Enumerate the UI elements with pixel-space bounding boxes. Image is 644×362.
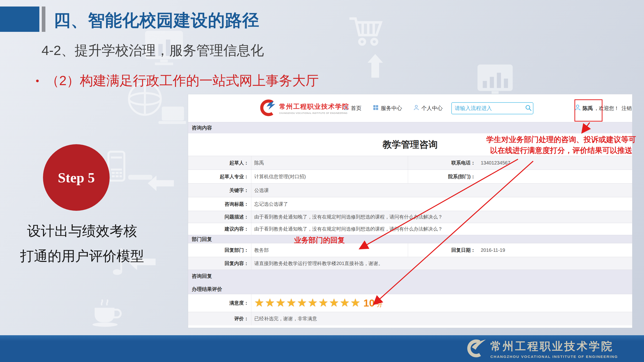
suggestion-value: 由于看到教务处通知晚了，没有在规定时间选修到想选的课程，请问有什么办法解决么？ (251, 226, 632, 232)
home-icon (343, 104, 349, 112)
section-eval-result-label: 办理结果评价 (192, 286, 222, 293)
phone-value: 13401234567 (478, 160, 632, 166)
reply-dept-label: 回复部门： (188, 243, 251, 257)
phone-label: 联系电话： (408, 156, 478, 170)
star-icon[interactable]: ★ (254, 296, 265, 309)
step-label: Step 5 (58, 170, 95, 186)
row-satisfaction: 满意度： ★★★★★★★★★★ 10 分 (188, 294, 632, 312)
logout-link[interactable]: 注销 (622, 105, 632, 112)
row-problem: 问题描述： 由于看到教务处通知晚了，没有在规定时间选修到想选的课程，请问有什么办… (188, 211, 632, 223)
footer-logo-en: CHANGZHOU VOCATIONAL INSTITUTE OF ENGINE… (490, 355, 618, 359)
phone-icon (108, 151, 153, 187)
person-icon (413, 104, 420, 112)
suggestion-label: 建议内容： (188, 223, 251, 235)
section-dept-reply-label: 部门回复 (192, 236, 212, 243)
step-desc-line2: 打通的用户评价模型 (7, 243, 157, 268)
step-badge: Step 5 (43, 144, 110, 211)
slide-bullet-line: • （2）构建满足行政工作的一站式网上事务大厅 (36, 72, 319, 90)
major-value: 计算机信息管理(对口招) (251, 174, 408, 180)
star-icon[interactable]: ★ (297, 296, 308, 309)
section-consult-reply-eval: 咨询回复 办理结果评价 (188, 270, 632, 294)
arrow-up-icon (365, 53, 386, 79)
major-label: 起草人专业： (188, 170, 251, 183)
subject-value: 忘记选公选课了 (251, 201, 632, 207)
nav-service-label: 服务中心 (381, 105, 402, 112)
star-icon[interactable]: ★ (340, 296, 350, 309)
row-evaluation: 评价： 已经补选完，谢谢，非常满意 (188, 312, 632, 325)
step-desc-line1: 设计出与绩效考核 (7, 218, 157, 243)
section-consult-content-label: 咨询内容 (192, 124, 212, 131)
reply-content-label: 回复内容： (188, 257, 251, 270)
dept-label: 院系(部门)： (408, 170, 478, 183)
star-icon[interactable]: ★ (350, 296, 361, 309)
row-reply-content: 回复内容： 请直接到教务处教学运行管理科教学楼201直接补选，谢谢。 (188, 257, 632, 270)
drafter-value: 陈禹 (251, 160, 408, 166)
star-icon[interactable]: ★ (276, 296, 286, 309)
subject-label: 咨询标题： (188, 197, 251, 211)
satisfaction-value: ★★★★★★★★★★ 10 分 (251, 297, 632, 309)
slide-bullet-text: （2）构建满足行政工作的一站式网上事务大厅 (46, 72, 319, 90)
section-consult-reply-label: 咨询回复 (192, 273, 212, 280)
bullet-marker: • (36, 75, 39, 86)
problem-label: 问题描述： (188, 211, 251, 223)
annotation-student-note-line2: 以在线进行满意度打分，评价结果可以推送 (480, 145, 642, 156)
star-rating[interactable]: ★★★★★★★★★★ (254, 296, 361, 309)
annotation-reply-note: 业务部门的回复 (294, 235, 345, 245)
web-portal-screenshot: 常州工程职业技术学院 CHANGZHOU VOCATIONAL INSTITUT… (188, 94, 632, 328)
nav-item-service-center[interactable]: 服务中心 (372, 104, 402, 112)
footer-logo-cn: 常州工程职业技术学院 (490, 339, 618, 354)
user-highlight-box (574, 99, 602, 122)
nav-personal-label: 个人中心 (421, 105, 442, 112)
evaluation-value: 已经补选完，谢谢，非常满意 (251, 316, 632, 322)
reply-date-value: 2016-11-19 (478, 247, 632, 253)
footer-logo-text: 常州工程职业技术学院 CHANGZHOU VOCATIONAL INSTITUT… (490, 339, 618, 359)
flow-search-box[interactable] (451, 102, 534, 114)
row-reply-dept: 回复部门： 教务部 回复日期： 2016-11-19 (188, 243, 632, 257)
row-keyword: 关键字： 公选课 (188, 183, 632, 197)
corner-accent-square (0, 6, 39, 32)
satisfaction-label: 满意度： (188, 294, 251, 312)
reply-date-label: 回复日期： (408, 243, 478, 257)
star-icon[interactable]: ★ (265, 296, 276, 309)
reply-dept-value: 教务部 (251, 247, 408, 253)
cart-icon (347, 14, 386, 50)
logo-mark-icon (259, 99, 277, 117)
monitor-chart-icon (477, 63, 515, 98)
portal-logo-text: 常州工程职业技术学院 CHANGZHOU VOCATIONAL INSTITUT… (279, 102, 349, 114)
step-description: 设计出与绩效考核 打通的用户评价模型 (7, 218, 157, 268)
satisfaction-unit: 分 (376, 301, 382, 308)
section-dept-reply: 部门回复 (188, 235, 632, 243)
nav-item-personal-center[interactable]: 个人中心 (413, 104, 442, 112)
star-icon[interactable]: ★ (318, 296, 329, 309)
coffee-icon (91, 299, 123, 328)
star-icon[interactable]: ★ (308, 296, 318, 309)
section-consult-content: 咨询内容 (188, 122, 632, 133)
flow-search-input[interactable] (454, 105, 525, 112)
satisfaction-score: 10 (364, 297, 375, 309)
star-icon[interactable]: ★ (286, 296, 297, 309)
evaluation-label: 评价： (188, 312, 251, 325)
search-icon[interactable] (525, 104, 532, 112)
problem-value: 由于看到教务处通知晚了，没有在规定时间选修到想选的课程，请问有什么办法解决么？ (251, 214, 632, 220)
annotation-student-note-line1: 学生对业务部门处理的咨询、投诉或建议等可 (480, 134, 642, 145)
footer-logo: 常州工程职业技术学院 CHANGZHOU VOCATIONAL INSTITUT… (464, 338, 618, 360)
form-title: 教学管理咨询 (383, 138, 438, 151)
reply-content-value: 请直接到教务处教学运行管理科教学楼201直接补选，谢谢。 (251, 260, 632, 267)
logo-mark-icon (464, 338, 486, 360)
portal-header: 常州工程职业技术学院 CHANGZHOU VOCATIONAL INSTITUT… (188, 94, 632, 122)
keyword-value: 公选课 (251, 187, 632, 194)
drafter-label: 起草人： (188, 156, 251, 170)
star-icon[interactable]: ★ (329, 296, 340, 309)
grid-icon (372, 104, 379, 112)
portal-nav: 首页 服务中心 个人中心 (343, 94, 442, 122)
slide-canvas: { "slide": { "title": "四、智能化校园建设的路径", "s… (0, 0, 644, 362)
row-major: 起草人专业： 计算机信息管理(对口招) 院系(部门)： (188, 170, 632, 183)
portal-logo: 常州工程职业技术学院 CHANGZHOU VOCATIONAL INSTITUT… (259, 99, 349, 117)
row-drafter: 起草人： 陈禹 联系电话： 13401234567 (188, 156, 632, 170)
row-subject: 咨询标题： 忘记选公选课了 (188, 197, 632, 211)
slide-title: 四、智能化校园建设的路径 (54, 9, 259, 32)
arrow-left-icon (148, 176, 174, 191)
slide-subtitle: 4-2、提升学校治理，服务管理信息化 (42, 41, 264, 60)
portal-logo-cn: 常州工程职业技术学院 (279, 102, 349, 111)
nav-item-home[interactable]: 首页 (343, 104, 362, 112)
